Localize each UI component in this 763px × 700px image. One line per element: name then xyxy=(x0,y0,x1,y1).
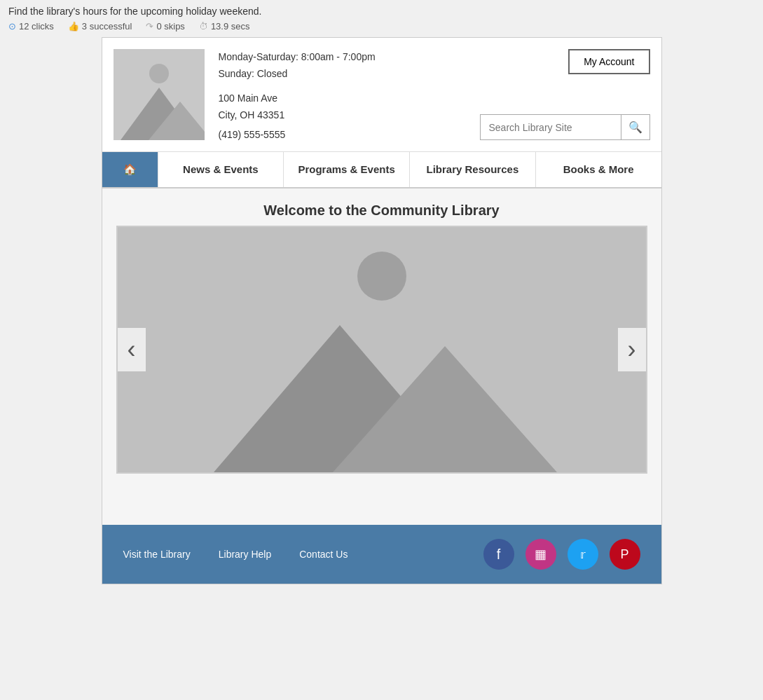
nav-home[interactable]: 🏠 xyxy=(102,152,158,187)
search-input[interactable] xyxy=(481,116,621,139)
svg-point-5 xyxy=(357,252,406,301)
nav-library-resources[interactable]: Library Resources xyxy=(410,152,536,187)
carousel-wrapper: ‹ › xyxy=(116,226,647,474)
footer-social: f ▦ 𝕣 P xyxy=(483,539,640,570)
home-icon: 🏠 xyxy=(123,163,137,175)
carousel-image xyxy=(118,227,646,472)
nav-programs-events[interactable]: Programs & Events xyxy=(284,152,410,187)
success-icon: 👍 xyxy=(68,21,79,32)
task-stats: ⊙ 12 clicks 👍 3 successful ↷ 0 skips ⏱ 1… xyxy=(8,21,755,32)
footer-links: Visit the Library Library Help Contact U… xyxy=(123,549,348,560)
time-stat: ⏱ 13.9 secs xyxy=(199,21,250,32)
library-hours: Monday-Saturday: 8:00am - 7:00pm Sunday:… xyxy=(219,49,466,83)
library-phone: (419) 555-5555 xyxy=(219,129,466,140)
task-description: Find the library's hours for the upcomin… xyxy=(8,6,755,17)
library-nav: 🏠 News & Events Programs & Events Librar… xyxy=(102,152,661,188)
skips-stat: ↷ 0 skips xyxy=(146,21,184,32)
skip-icon: ↷ xyxy=(146,21,153,32)
search-button[interactable]: 🔍 xyxy=(621,115,649,139)
address-line2: City, OH 43351 xyxy=(219,107,466,124)
nav-news-events[interactable]: News & Events xyxy=(158,152,284,187)
svg-point-1 xyxy=(149,64,169,83)
time-icon: ⏱ xyxy=(199,21,208,32)
header-right: My Account 🔍 xyxy=(480,49,650,140)
instagram-icon[interactable]: ▦ xyxy=(525,539,556,570)
carousel-next-button[interactable]: › xyxy=(618,328,646,371)
library-address: 100 Main Ave City, OH 43351 xyxy=(219,90,466,124)
hours-line1: Monday-Saturday: 8:00am - 7:00pm xyxy=(219,49,466,66)
footer-contact-link[interactable]: Contact Us xyxy=(299,549,348,560)
search-bar: 🔍 xyxy=(480,114,650,140)
library-header: Monday-Saturday: 8:00am - 7:00pm Sunday:… xyxy=(102,38,661,152)
task-bar: Find the library's hours for the upcomin… xyxy=(0,0,763,37)
facebook-icon[interactable]: f xyxy=(483,539,514,570)
carousel-title: Welcome to the Community Library xyxy=(116,203,647,219)
twitter-icon[interactable]: 𝕣 xyxy=(568,539,598,570)
nav-books-more[interactable]: Books & More xyxy=(536,152,661,187)
pinterest-icon[interactable]: P xyxy=(610,539,640,570)
carousel: Welcome to the Community Library ‹ › xyxy=(116,203,647,474)
library-main: Welcome to the Community Library ‹ › xyxy=(102,188,661,525)
clicks-stat: ⊙ 12 clicks xyxy=(8,21,54,32)
successful-stat: 👍 3 successful xyxy=(68,21,132,32)
my-account-button[interactable]: My Account xyxy=(568,49,649,74)
search-icon: 🔍 xyxy=(628,121,642,133)
library-info: Monday-Saturday: 8:00am - 7:00pm Sunday:… xyxy=(219,49,466,140)
clicks-icon: ⊙ xyxy=(8,21,16,32)
library-footer: Visit the Library Library Help Contact U… xyxy=(102,525,661,584)
address-line1: 100 Main Ave xyxy=(219,90,466,107)
library-logo xyxy=(114,49,205,140)
hours-line2: Sunday: Closed xyxy=(219,66,466,83)
carousel-prev-button[interactable]: ‹ xyxy=(118,328,146,371)
footer-visit-link[interactable]: Visit the Library xyxy=(123,549,191,560)
footer-help-link[interactable]: Library Help xyxy=(219,549,271,560)
library-container: Monday-Saturday: 8:00am - 7:00pm Sunday:… xyxy=(102,37,662,584)
